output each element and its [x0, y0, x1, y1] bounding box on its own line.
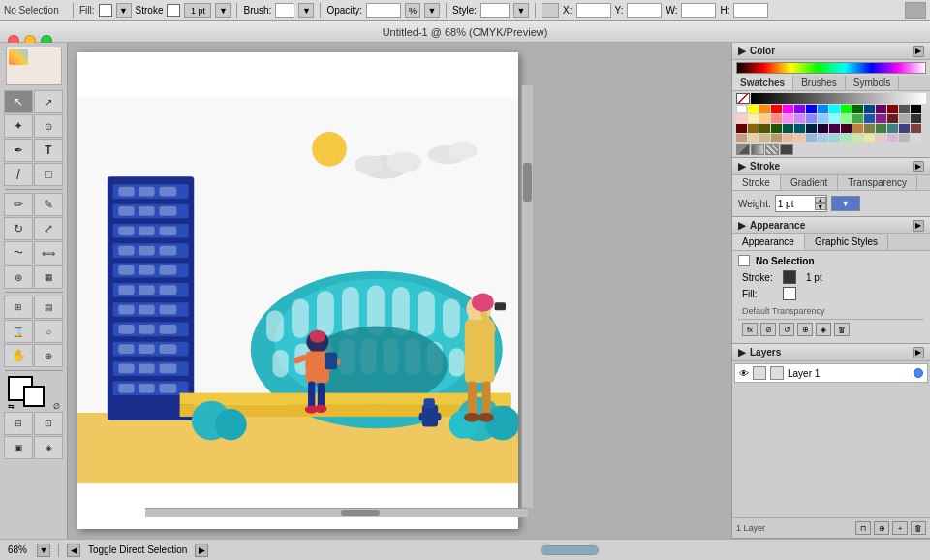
- color-panel-close[interactable]: ▶: [913, 46, 924, 57]
- lasso-tool[interactable]: ⊙: [34, 114, 63, 138]
- fill-color-swatch[interactable]: [783, 287, 796, 300]
- fill-swatch[interactable]: [99, 4, 112, 17]
- x-input[interactable]: 0 mm: [576, 3, 611, 18]
- brush-arrow[interactable]: ▼: [298, 3, 314, 18]
- stroke-options-btn[interactable]: ▼: [215, 3, 231, 18]
- u12[interactable]: [864, 134, 875, 142]
- rectangle-tool[interactable]: □: [34, 163, 63, 186]
- style-arrow[interactable]: ▼: [513, 3, 529, 18]
- swatch-cyan[interactable]: [829, 105, 840, 113]
- t3[interactable]: [760, 124, 770, 133]
- screen-mode-btn[interactable]: ⊟: [4, 412, 33, 435]
- align-icon[interactable]: [905, 2, 926, 19]
- extra-tool-1[interactable]: ▣: [4, 436, 33, 459]
- layer-lock[interactable]: [753, 366, 766, 380]
- swatch-red[interactable]: [771, 105, 782, 113]
- hand-tool[interactable]: ✋: [4, 344, 33, 367]
- s9[interactable]: [829, 114, 840, 123]
- new-btn[interactable]: ◈: [816, 323, 831, 336]
- u8[interactable]: [818, 134, 828, 142]
- swatch-pattern1[interactable]: [736, 144, 750, 155]
- next-artboard-btn[interactable]: ▶: [195, 544, 208, 557]
- brush-selector[interactable]: [275, 3, 294, 18]
- t12[interactable]: [864, 124, 875, 133]
- swatch-orange[interactable]: [760, 105, 770, 113]
- swatch-navy[interactable]: [864, 105, 875, 113]
- fill-arrow[interactable]: ▼: [116, 3, 132, 18]
- stroke-color-swatch[interactable]: [783, 270, 796, 284]
- tab-swatches[interactable]: Swatches: [732, 76, 793, 90]
- t13[interactable]: [876, 124, 886, 133]
- layer-target-dot[interactable]: [914, 368, 923, 378]
- tab-appearance[interactable]: Appearance: [732, 234, 805, 250]
- s4[interactable]: [771, 114, 782, 123]
- u3[interactable]: [760, 134, 770, 142]
- stroke-box[interactable]: [23, 386, 45, 407]
- s13[interactable]: [876, 114, 886, 123]
- t7[interactable]: [806, 124, 817, 133]
- layer-visibility-toggle[interactable]: 👁: [739, 368, 749, 379]
- s7[interactable]: [806, 114, 817, 123]
- scale-tool[interactable]: ⤢: [34, 217, 63, 240]
- magic-wand-tool[interactable]: ✦: [4, 114, 33, 138]
- s3[interactable]: [760, 114, 770, 123]
- swatch-green[interactable]: [841, 105, 852, 113]
- none-icon[interactable]: ∅: [53, 402, 60, 411]
- new-sublayer-btn[interactable]: ⊕: [874, 521, 889, 535]
- paintbrush-tool[interactable]: ✏: [4, 193, 33, 216]
- swatch-gradient[interactable]: [751, 93, 926, 104]
- opacity-arrow[interactable]: ▼: [424, 3, 440, 18]
- y-input[interactable]: 0 mm: [627, 3, 662, 18]
- swatch-black[interactable]: [911, 105, 921, 113]
- u1[interactable]: [736, 134, 747, 142]
- extra-tool-2[interactable]: ◈: [34, 436, 63, 459]
- t9[interactable]: [829, 124, 840, 133]
- type-tool[interactable]: T: [34, 139, 63, 162]
- s11[interactable]: [852, 114, 863, 123]
- horizontal-scrollbar[interactable]: [145, 508, 528, 517]
- s10[interactable]: [841, 114, 852, 123]
- measure-tool[interactable]: ⌕: [34, 320, 63, 343]
- weight-down-arrow[interactable]: ▼: [815, 203, 826, 210]
- swatch-yellow[interactable]: [748, 105, 759, 113]
- zoom-dropdown-btn[interactable]: ▼: [37, 544, 50, 557]
- column-graph-tool[interactable]: ▦: [34, 265, 63, 289]
- warp-tool[interactable]: 〜: [4, 241, 33, 264]
- eyedropper-tool[interactable]: ⌛: [4, 320, 33, 343]
- vertical-scrollbar[interactable]: [521, 85, 533, 508]
- s5[interactable]: [783, 114, 793, 123]
- u11[interactable]: [852, 134, 863, 142]
- u9[interactable]: [829, 134, 840, 142]
- no-selection-checkbox[interactable]: [738, 255, 750, 266]
- zoom-tool[interactable]: ⊕: [34, 344, 63, 367]
- s6[interactable]: [794, 114, 805, 123]
- weight-input[interactable]: [776, 196, 815, 211]
- delete-btn[interactable]: ↺: [779, 323, 794, 336]
- appearance-panel-close[interactable]: ▶: [913, 220, 924, 232]
- duplicate-btn[interactable]: ⊕: [797, 323, 813, 336]
- u13[interactable]: [876, 134, 886, 142]
- t5[interactable]: [783, 124, 793, 133]
- view-position-indicator[interactable]: [541, 545, 599, 555]
- swatch-grad1[interactable]: [751, 144, 764, 155]
- symbol-sprayer-tool[interactable]: ⊛: [4, 265, 33, 289]
- t14[interactable]: [887, 124, 898, 133]
- s15[interactable]: [899, 114, 910, 123]
- t8[interactable]: [818, 124, 828, 133]
- tab-brushes[interactable]: Brushes: [793, 76, 846, 90]
- new-layer-btn[interactable]: +: [892, 521, 908, 535]
- t1[interactable]: [736, 124, 747, 133]
- swatch-lightblue[interactable]: [818, 105, 828, 113]
- stroke-panel-close[interactable]: ▶: [913, 161, 924, 172]
- tab-transparency[interactable]: Transparency: [838, 175, 917, 190]
- tab-symbols[interactable]: Symbols: [846, 76, 899, 90]
- gradient-tool[interactable]: ▤: [34, 296, 63, 319]
- mesh-tool[interactable]: ⊞: [4, 296, 33, 319]
- u16[interactable]: [911, 134, 921, 142]
- swatch-purple[interactable]: [876, 105, 886, 113]
- t15[interactable]: [899, 124, 910, 133]
- swatch-darkgreen[interactable]: [852, 105, 863, 113]
- t4[interactable]: [771, 124, 782, 133]
- swatch-none[interactable]: [736, 93, 750, 104]
- color-spectrum[interactable]: [736, 62, 926, 74]
